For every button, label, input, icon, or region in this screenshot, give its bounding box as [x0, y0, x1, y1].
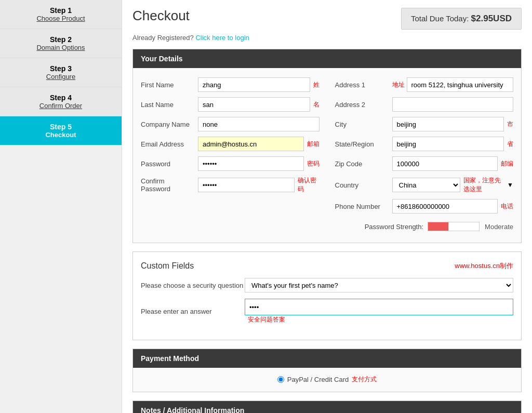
address1-input[interactable]	[407, 77, 514, 92]
company-input[interactable]	[198, 117, 320, 131]
zip-input[interactable]	[392, 156, 498, 171]
first-name-hint: 姓	[313, 81, 320, 89]
payment-hint: 支付方式	[352, 375, 377, 384]
step3-num: Step 3	[5, 64, 116, 73]
custom-fields-title: Custom Fields	[141, 261, 194, 271]
zip-hint: 邮编	[501, 159, 513, 168]
state-input[interactable]	[392, 137, 504, 151]
confirm-password-label: Confirm Password	[141, 177, 198, 193]
last-name-label: Last Name	[141, 101, 198, 109]
step2-num: Step 2	[5, 35, 116, 44]
custom-fields-header: Custom Fields www.hostus.cn制作	[141, 261, 513, 271]
sidebar-item-step2[interactable]: Step 2 Domain Options	[0, 29, 122, 58]
answer-input[interactable]	[245, 299, 513, 315]
custom-fields-panel: Custom Fields www.hostus.cn制作 Please cho…	[132, 251, 522, 340]
password-row: Password 密码	[141, 156, 320, 171]
strength-bar-filled	[428, 222, 448, 231]
payment-option[interactable]: PayPal / Credit Card 支付方式	[277, 375, 377, 384]
answer-input-wrapper: 安全问题答案	[245, 299, 513, 324]
city-input[interactable]	[392, 117, 504, 131]
step5-num: Step 5	[5, 123, 116, 131]
city-label: City	[335, 121, 392, 128]
step4-label: Confirm Order	[5, 102, 116, 110]
sidebar-item-step3[interactable]: Step 3 Configure	[0, 58, 122, 87]
confirm-password-input[interactable]	[198, 178, 295, 192]
phone-input[interactable]	[392, 199, 498, 214]
strength-bar-empty	[448, 222, 479, 231]
your-details-panel: Your Details First Name 姓 Last Name	[132, 49, 522, 243]
strength-text: Moderate	[485, 223, 513, 231]
security-question-select-wrapper: What's your first pet's name? What's you…	[245, 278, 513, 292]
last-name-hint: 名	[313, 100, 320, 109]
phone-label: Phone Number	[335, 203, 392, 210]
company-row: Company Name	[141, 117, 320, 131]
phone-row: Phone Number 电话	[335, 199, 514, 214]
email-label: Email Address	[141, 140, 198, 148]
notes-panel: Notes / Additional Information	[132, 401, 522, 413]
first-name-input[interactable]	[198, 77, 310, 92]
payment-body: PayPal / Credit Card 支付方式	[133, 368, 521, 392]
answer-label: Please enter an answer	[141, 308, 245, 315]
city-row: City 市	[335, 117, 514, 131]
email-row: Email Address 邮箱	[141, 137, 320, 151]
email-input[interactable]	[198, 137, 304, 151]
right-col: Address 1 地址 Address 2 City 市	[335, 77, 514, 219]
address1-row: Address 1 地址	[335, 77, 514, 92]
zip-label: Zip Code	[335, 160, 392, 168]
total-due-box: Total Due Today: $2.95USD	[401, 8, 522, 30]
custom-fields-body: Custom Fields www.hostus.cn制作 Please cho…	[132, 251, 522, 340]
notes-header: Notes / Additional Information	[133, 401, 521, 413]
sidebar-item-step4[interactable]: Step 4 Confirm Order	[0, 87, 122, 116]
address2-row: Address 2	[335, 97, 514, 112]
last-name-input[interactable]	[198, 97, 310, 112]
confirm-password-hint: 确认密码	[298, 176, 320, 194]
step4-num: Step 4	[5, 94, 116, 102]
your-details-body: First Name 姓 Last Name 名 Company Name	[133, 68, 521, 243]
security-question-label: Please choose a security question	[141, 282, 245, 289]
country-row: Country China United States United Kingd…	[335, 176, 514, 194]
security-question-select[interactable]: What's your first pet's name? What's you…	[245, 278, 513, 292]
email-hint: 邮箱	[307, 140, 320, 149]
strength-bar	[428, 222, 480, 231]
phone-hint: 电话	[501, 202, 513, 211]
answer-hint: 安全问题答案	[248, 316, 285, 323]
strength-label: Password Strength:	[365, 223, 423, 231]
payment-radio[interactable]	[277, 376, 284, 383]
country-label: Country	[335, 181, 392, 189]
sidebar: Step 1 Choose Product Step 2 Domain Opti…	[0, 0, 122, 413]
total-amount: $2.95USD	[471, 14, 512, 23]
step3-label: Configure	[5, 73, 116, 81]
company-label: Company Name	[141, 121, 198, 128]
security-question-row: Please choose a security question What's…	[141, 278, 513, 292]
country-hint: 国家，注意先选这里	[463, 176, 506, 194]
step1-num: Step 1	[5, 6, 116, 15]
city-hint: 市	[507, 120, 513, 129]
payment-header: Payment Method	[133, 349, 521, 368]
password-hint: 密码	[307, 159, 320, 168]
login-link[interactable]: Click here to login	[195, 34, 249, 42]
step2-label: Domain Options	[5, 44, 116, 51]
password-input[interactable]	[198, 156, 304, 171]
confirm-password-row: Confirm Password 确认密码	[141, 176, 320, 194]
page-title: Checkout	[132, 8, 190, 24]
answer-row: Please enter an answer 安全问题答案	[141, 299, 513, 324]
total-label: Total Due Today:	[411, 14, 469, 23]
first-name-row: First Name 姓	[141, 77, 320, 92]
payment-option-label: PayPal / Credit Card	[287, 376, 349, 383]
password-label: Password	[141, 160, 198, 168]
address1-hint: 地址	[392, 81, 405, 89]
details-form-grid: First Name 姓 Last Name 名 Company Name	[141, 77, 513, 233]
country-select[interactable]: China United States United Kingdom	[392, 178, 460, 192]
step5-label: Checkout	[5, 131, 116, 139]
sidebar-item-step1[interactable]: Step 1 Choose Product	[0, 0, 122, 29]
already-registered-row: Already Registered? Click here to login	[132, 34, 522, 42]
payment-panel: Payment Method PayPal / Credit Card 支付方式	[132, 349, 522, 392]
country-arrow-icon: ▼	[507, 181, 513, 189]
password-strength-row: Password Strength: Moderate	[141, 222, 513, 231]
sidebar-item-step5[interactable]: Step 5 Checkout	[0, 116, 122, 145]
address2-input[interactable]	[392, 97, 514, 112]
main-header: Checkout Total Due Today: $2.95USD	[132, 8, 522, 30]
already-registered-text: Already Registered?	[132, 34, 194, 42]
state-row: State/Region 省	[335, 137, 514, 151]
address1-label: Address 1	[335, 81, 392, 89]
